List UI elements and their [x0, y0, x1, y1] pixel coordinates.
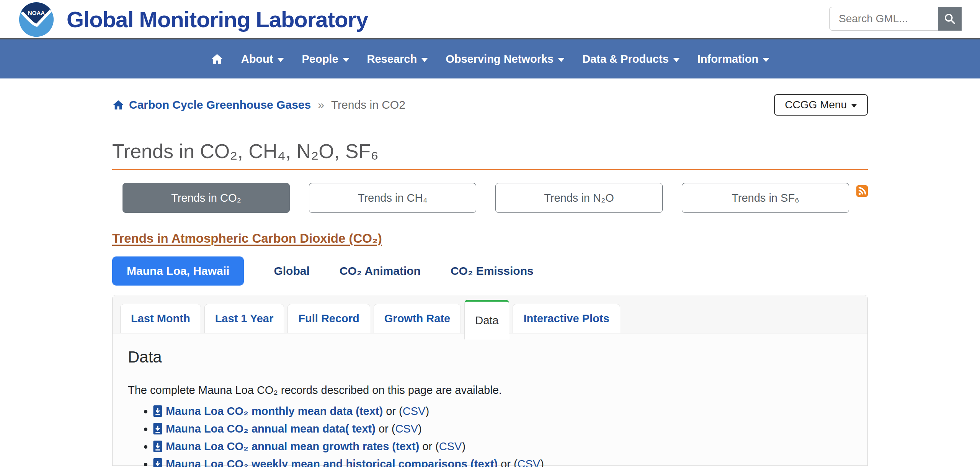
monthly-mean-csv-link[interactable]: CSV	[403, 405, 426, 417]
tab-full-record[interactable]: Full Record	[287, 304, 370, 333]
weekly-mean-csv-link[interactable]: CSV	[518, 458, 541, 467]
main-content: Carbon Cycle Greenhouse Gases » Trends i…	[112, 94, 868, 466]
breadcrumb-home-link[interactable]: Carbon Cycle Greenhouse Gases	[112, 98, 311, 111]
nav-item-label: People	[302, 53, 338, 65]
or-text: or (	[498, 458, 518, 467]
list-item: Mauna Loa CO₂ monthly mean data (text) o…	[153, 405, 852, 418]
close-paren: )	[462, 440, 466, 452]
nav-item-observing-networks[interactable]: Observing Networks	[446, 53, 565, 65]
file-download-icon	[153, 423, 162, 434]
panel-heading: Data	[128, 348, 852, 366]
nav-item-label: About	[241, 53, 273, 65]
home-icon	[211, 52, 224, 65]
breadcrumb-separator: »	[318, 98, 324, 111]
nav-item-information[interactable]: Information	[697, 53, 770, 65]
site-header: NOAA Global Monitoring Laboratory	[0, 0, 980, 38]
search-icon	[944, 13, 956, 25]
tab-last-1-year[interactable]: Last 1 Year	[204, 304, 284, 333]
search-box	[829, 7, 962, 31]
monthly-mean-link[interactable]: Mauna Loa CO₂ monthly mean data (text)	[166, 405, 383, 417]
home-icon	[112, 99, 124, 111]
nav-item-about[interactable]: About	[241, 53, 284, 65]
chevron-down-icon	[673, 58, 680, 62]
list-item: Mauna Loa CO₂ annual mean data( text) or…	[153, 423, 852, 435]
close-paren: )	[540, 458, 544, 467]
tab-growth-rate[interactable]: Growth Rate	[374, 304, 461, 333]
trends-sf6-button[interactable]: Trends in SF₆	[682, 183, 849, 213]
chevron-down-icon	[343, 58, 350, 62]
ccgg-menu-label: CCGG Menu	[785, 99, 847, 111]
trends-co2-button[interactable]: Trends in CO₂	[122, 183, 290, 213]
search-input[interactable]	[829, 7, 938, 31]
nav-item-label: Data & Products	[582, 53, 669, 65]
breadcrumb: Carbon Cycle Greenhouse Gases » Trends i…	[112, 98, 405, 111]
pill-row: Mauna Loa, Hawaii Global CO₂ Animation C…	[112, 256, 868, 286]
site-title: Global Monitoring Laboratory	[67, 7, 368, 32]
nav-home[interactable]	[211, 52, 224, 65]
breadcrumb-row: Carbon Cycle Greenhouse Gases » Trends i…	[112, 94, 868, 116]
trends-n2o-button[interactable]: Trends in N₂O	[495, 183, 663, 213]
title-rule	[112, 169, 868, 170]
list-item: Mauna Loa CO₂ annual mean growth rates (…	[153, 440, 852, 453]
main-nav: About People Research Observing Networks…	[0, 38, 980, 78]
tab-card: Last Month Last 1 Year Full Record Growt…	[112, 295, 868, 466]
or-text: or (	[383, 405, 403, 417]
breadcrumb-current: Trends in CO2	[331, 98, 405, 111]
ccgg-menu-button[interactable]: CCGG Menu	[774, 94, 868, 116]
tab-interactive-plots[interactable]: Interactive Plots	[513, 304, 620, 333]
pill-co2-animation[interactable]: CO₂ Animation	[340, 265, 421, 278]
file-download-icon	[153, 405, 162, 417]
nav-item-label: Information	[697, 53, 759, 65]
pill-co2-emissions[interactable]: CO₂ Emissions	[451, 265, 534, 278]
close-paren: )	[425, 405, 429, 417]
annual-mean-csv-link[interactable]: CSV	[395, 423, 418, 435]
or-text: or (	[419, 440, 439, 452]
weekly-mean-link[interactable]: Mauna Loa CO₂ weekly mean and historical…	[166, 458, 498, 467]
page-title: Trends in CO₂, CH₄, N₂O, SF₆	[112, 140, 868, 163]
nav-item-data-products[interactable]: Data & Products	[582, 53, 680, 65]
section-heading-link[interactable]: Trends in Atmospheric Carbon Dioxide (CO…	[112, 231, 382, 246]
trend-buttons-row: Trends in CO₂ Trends in CH₄ Trends in N₂…	[112, 183, 868, 213]
panel-intro: The complete Mauna Loa CO₂ records descr…	[128, 384, 852, 397]
chevron-down-icon	[277, 58, 284, 62]
noaa-logo-icon[interactable]: NOAA	[18, 2, 54, 38]
annual-mean-link[interactable]: Mauna Loa CO₂ annual mean data( text)	[166, 423, 376, 435]
chevron-down-icon	[558, 58, 565, 62]
chevron-down-icon	[421, 58, 428, 62]
chevron-down-icon	[851, 104, 857, 108]
pill-mauna-loa[interactable]: Mauna Loa, Hawaii	[112, 256, 244, 286]
breadcrumb-link-label: Carbon Cycle Greenhouse Gases	[129, 98, 311, 111]
nav-item-label: Research	[367, 53, 417, 65]
data-link-list: Mauna Loa CO₂ monthly mean data (text) o…	[128, 405, 852, 467]
chevron-down-icon	[763, 58, 769, 62]
growth-rates-csv-link[interactable]: CSV	[439, 440, 462, 452]
nav-item-label: Observing Networks	[446, 53, 554, 65]
close-paren: )	[418, 423, 422, 435]
rss-icon[interactable]	[856, 185, 868, 197]
pill-global[interactable]: Global	[274, 265, 309, 278]
nav-item-research[interactable]: Research	[367, 53, 428, 65]
search-button[interactable]	[938, 7, 962, 31]
or-text: or (	[376, 423, 395, 435]
data-panel: Data The complete Mauna Loa CO₂ records …	[113, 333, 867, 465]
growth-rates-link[interactable]: Mauna Loa CO₂ annual mean growth rates (…	[166, 440, 419, 452]
svg-text:NOAA: NOAA	[28, 10, 45, 16]
file-download-icon	[153, 458, 162, 467]
file-download-icon	[153, 441, 162, 452]
tab-last-month[interactable]: Last Month	[120, 304, 201, 333]
tab-strip: Last Month Last 1 Year Full Record Growt…	[113, 295, 867, 333]
trends-ch4-button[interactable]: Trends in CH₄	[309, 183, 476, 213]
list-item: Mauna Loa CO₂ weekly mean and historical…	[153, 458, 852, 467]
nav-item-people[interactable]: People	[302, 53, 349, 65]
tab-data[interactable]: Data	[464, 300, 509, 340]
